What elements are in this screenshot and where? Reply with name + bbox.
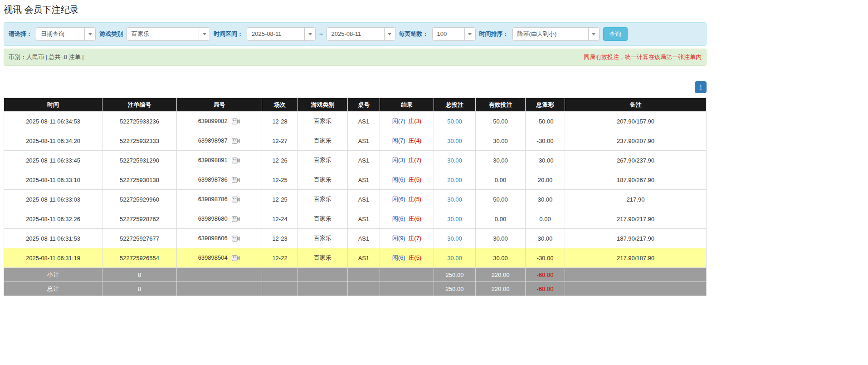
total-valid-bet: 220.00 [476, 282, 526, 296]
chevron-down-icon[interactable] [304, 28, 315, 40]
empty-cell [177, 268, 262, 282]
header-round-no: 局号 [177, 98, 262, 112]
cell-table-no: AS1 [348, 112, 380, 131]
cell-result: 闲(6) 庄(5) [380, 248, 434, 268]
cell-total-bet: 30.00 [434, 248, 476, 268]
cell-valid-bet: 50.00 [476, 112, 526, 131]
result-banker: 庄(7) [408, 157, 421, 163]
result-banker: 庄(5) [408, 196, 421, 202]
cell-payout: 30.00 [526, 229, 565, 248]
result-player: 闲(6) [392, 254, 405, 261]
total-bet-link[interactable]: 30.00 [447, 255, 462, 261]
cell-session: 12-22 [262, 248, 298, 268]
subtotal-payout: -60.00 [526, 268, 565, 282]
result-player: 闲(6) [392, 196, 405, 202]
total-bet-link[interactable]: 30.00 [447, 157, 462, 164]
per-page-select[interactable]: 100 [432, 27, 476, 41]
round-no-text: 639898680 [198, 215, 228, 222]
sort-value: 降幂(由大到小) [513, 28, 588, 40]
header-valid-bet: 有效投注 [476, 98, 526, 112]
result-player: 闲(3) [392, 157, 405, 163]
chevron-down-icon[interactable] [84, 28, 95, 40]
video-icon[interactable] [232, 157, 240, 164]
empty-cell [348, 268, 380, 282]
game-type-select[interactable]: 百家乐 [127, 27, 210, 41]
result-banker: 庄(6) [408, 215, 421, 222]
chevron-down-icon[interactable] [199, 28, 210, 40]
empty-cell [298, 268, 348, 282]
table-row: 2025-08-11 06:33:10 522725930138 6398987… [4, 170, 707, 190]
chevron-down-icon[interactable] [384, 28, 395, 40]
cell-remark: 187.90/217.90 [565, 229, 707, 248]
total-row: 总计 8 250.00 220.00 -60.00 [4, 282, 707, 296]
empty-cell [380, 282, 434, 296]
result-banker: 庄(5) [408, 176, 421, 183]
result-banker: 庄(4) [408, 137, 421, 144]
cell-table-no: AS1 [348, 170, 380, 190]
total-total-bet: 250.00 [434, 282, 476, 296]
chevron-down-icon[interactable] [464, 28, 475, 40]
video-icon[interactable] [232, 177, 240, 183]
total-bet-link[interactable]: 30.00 [447, 196, 462, 203]
chevron-down-icon[interactable] [588, 28, 599, 40]
cell-remark: 207.90/157.90 [565, 112, 707, 131]
total-bet-link[interactable]: 30.00 [447, 235, 462, 242]
cell-result: 闲(9) 庄(7) [380, 229, 434, 248]
cell-round-no: 639899082 [177, 112, 262, 131]
cell-round-no: 639898786 [177, 190, 262, 209]
cell-session: 12-25 [262, 170, 298, 190]
cell-remark: 237.90/207.90 [565, 131, 707, 151]
cell-round-no: 639898891 [177, 151, 262, 170]
result-banker: 庄(5) [408, 254, 421, 261]
video-icon[interactable] [232, 118, 240, 125]
date-from-select[interactable]: 2025-08-11 [247, 27, 316, 41]
cell-time: 2025-08-11 06:31:53 [4, 229, 102, 248]
cell-bet-no: 522725926554 [102, 248, 177, 268]
subtotal-label: 小计 [4, 268, 102, 282]
cell-valid-bet: 30.00 [476, 248, 526, 268]
cell-total-bet: 30.00 [434, 131, 476, 151]
video-icon[interactable] [232, 216, 240, 222]
empty-cell [177, 282, 262, 296]
video-icon[interactable] [232, 138, 240, 144]
total-bet-link[interactable]: 50.00 [447, 118, 462, 125]
page-title: 视讯 会员下注纪录 [4, 4, 864, 16]
query-button[interactable]: 查询 [603, 27, 628, 41]
result-player: 闲(6) [392, 176, 405, 183]
cell-remark: 217.90/217.90 [565, 209, 707, 229]
cell-bet-no: 522725927677 [102, 229, 177, 248]
records-table: 时间 注单编号 局号 场次 游戏类别 桌号 结果 总投注 有效投注 总派彩 备注… [4, 98, 707, 296]
cell-game-type: 百家乐 [298, 190, 348, 209]
date-to-select[interactable]: 2025-08-11 [327, 27, 395, 41]
query-type-select[interactable]: 日期查询 [36, 27, 96, 41]
total-bet-link[interactable]: 30.00 [447, 216, 462, 222]
empty-cell [262, 282, 298, 296]
pagination-page-1[interactable]: 1 [695, 81, 707, 93]
cell-remark: 217.90/187.90 [565, 248, 707, 268]
round-no-text: 639898786 [198, 176, 228, 183]
cell-bet-no: 522725932333 [102, 131, 177, 151]
total-bet-link[interactable]: 30.00 [447, 138, 462, 144]
table-row: 2025-08-11 06:31:19 522725926554 6398985… [4, 248, 707, 268]
round-no-text: 639898891 [198, 157, 228, 163]
cell-session: 12-23 [262, 229, 298, 248]
sort-select[interactable]: 降幂(由大到小) [512, 27, 600, 41]
cell-round-no: 639898786 [177, 170, 262, 190]
header-game-type: 游戏类别 [298, 98, 348, 112]
table-header-row: 时间 注单编号 局号 场次 游戏类别 桌号 结果 总投注 有效投注 总派彩 备注 [4, 98, 707, 112]
header-table-no: 桌号 [348, 98, 380, 112]
table-row: 2025-08-11 06:32:26 522725928762 6398986… [4, 209, 707, 229]
cell-game-type: 百家乐 [298, 170, 348, 190]
header-bet-no: 注单编号 [102, 98, 177, 112]
video-icon[interactable] [232, 235, 240, 242]
total-label: 总计 [4, 282, 102, 296]
video-icon[interactable] [232, 196, 240, 203]
video-icon[interactable] [232, 255, 240, 261]
result-player: 闲(7) [392, 137, 405, 144]
table-row: 2025-08-11 06:31:53 522725927677 6398986… [4, 229, 707, 248]
total-bet-link[interactable]: 20.00 [447, 177, 462, 183]
cell-remark: 187.90/267.90 [565, 170, 707, 190]
header-time: 时间 [4, 98, 102, 112]
header-session: 场次 [262, 98, 298, 112]
date-to-value: 2025-08-11 [327, 28, 384, 40]
